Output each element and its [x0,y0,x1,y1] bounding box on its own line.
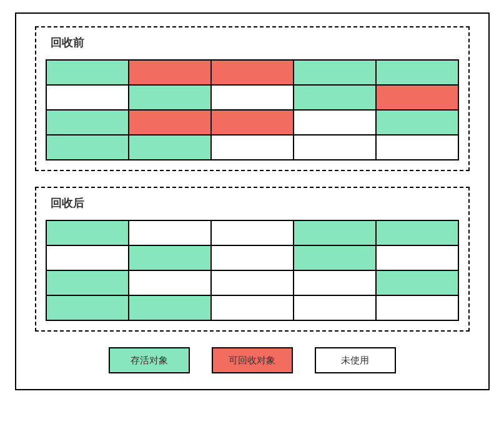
memory-cell [129,295,211,320]
memory-cell [376,245,458,270]
memory-cell [129,245,211,270]
memory-cell [211,245,294,270]
memory-cell [46,220,129,245]
memory-cell [129,60,211,85]
before-title: 回收前 [46,35,459,50]
memory-cell [46,270,129,295]
memory-cell [211,135,294,160]
memory-cell [294,245,376,270]
legend-alive: 存活对象 [109,347,190,373]
memory-cell [129,220,211,245]
memory-cell [211,295,294,320]
memory-cell [294,60,376,85]
legend-unused: 未使用 [315,347,396,373]
before-recycle-box: 回收前 [35,26,470,171]
memory-cell [294,85,376,110]
after-title: 回收后 [46,195,459,210]
diagram-container: 回收前 回收后 存活对象 可回收对象 未使用 [15,12,490,390]
memory-cell [129,135,211,160]
memory-cell [46,85,129,110]
memory-cell [211,85,294,110]
memory-cell [294,295,376,320]
memory-cell [46,295,129,320]
memory-cell [294,110,376,135]
after-grid [46,220,459,321]
memory-cell [376,60,458,85]
memory-cell [46,60,129,85]
memory-cell [211,60,294,85]
memory-cell [376,85,458,110]
memory-cell [129,270,211,295]
memory-cell [129,85,211,110]
after-recycle-box: 回收后 [35,187,470,332]
before-grid [46,59,459,160]
memory-cell [46,110,129,135]
memory-cell [376,295,458,320]
memory-cell [376,135,458,160]
memory-cell [211,270,294,295]
memory-cell [376,220,458,245]
memory-cell [129,110,211,135]
memory-cell [376,110,458,135]
memory-cell [211,110,294,135]
memory-cell [294,270,376,295]
memory-cell [46,135,129,160]
memory-cell [294,135,376,160]
memory-cell [294,220,376,245]
legend-recyclable: 可回收对象 [212,347,293,373]
memory-cell [46,245,129,270]
memory-cell [376,270,458,295]
legend: 存活对象 可回收对象 未使用 [35,347,470,373]
memory-cell [211,220,294,245]
